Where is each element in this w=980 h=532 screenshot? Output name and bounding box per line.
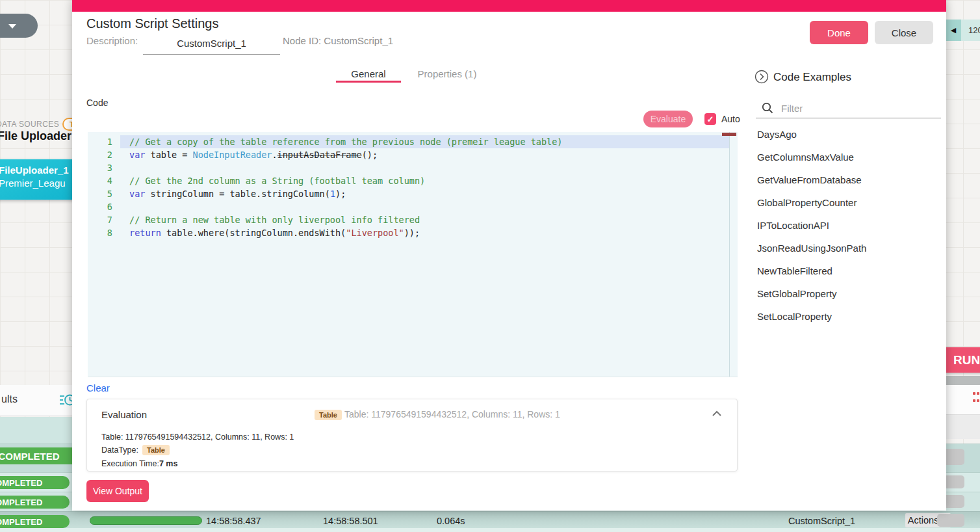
custom-script-settings-dialog: Custom Script Settings Description: Node… [72, 0, 946, 511]
results-panel-header: ults [0, 385, 72, 416]
code-text: // Return a new table with only liverpoo… [120, 213, 729, 226]
deprecation-ruler-marker [722, 133, 736, 136]
right-gray-zone [946, 415, 980, 439]
code-text: // Get the 2nd column as a String (footb… [120, 174, 729, 187]
line-number: 3 [88, 161, 120, 174]
code-line[interactable]: 2var table = NodeInputReader.inputAsData… [88, 148, 738, 161]
line-number: 1 [88, 135, 120, 148]
code-line[interactable]: 5var stringColumn = table.stringColumn(1… [88, 187, 738, 200]
code-line[interactable]: 7// Return a new table with only liverpo… [88, 213, 738, 226]
status-badge: COMPLETED [0, 496, 70, 509]
close-button[interactable]: Close [875, 21, 933, 44]
clear-link[interactable]: Clear [86, 382, 110, 393]
end-timestamp: 14:58:58.501 [323, 516, 378, 526]
line-number: 5 [88, 187, 120, 200]
example-item-setlocalproperty[interactable]: SetLocalProperty [757, 305, 939, 328]
example-item-iptolocationapi[interactable]: IPToLocationAPI [757, 214, 939, 237]
chevron-up-icon[interactable] [711, 408, 723, 420]
view-output-button[interactable]: View Output [86, 480, 149, 502]
description-input[interactable] [143, 33, 280, 55]
example-item-getcolumnsmaxvalue[interactable]: GetColumnsMaxValue [757, 146, 939, 168]
execution-time-row: Execution Time:7 ms [101, 459, 177, 468]
collapsed-toolbar-button[interactable] [0, 14, 38, 38]
code-text: return table.where(stringColumn.endsWith… [120, 226, 729, 239]
toolbar-strip [946, 376, 980, 385]
example-item-newtablefiltered[interactable]: NewTableFiltered [757, 259, 939, 282]
table-footer-strip [0, 528, 980, 532]
line-number: 4 [88, 174, 120, 187]
done-button[interactable]: Done [810, 21, 868, 44]
execution-time-label: Execution Time: [101, 459, 159, 468]
datatype-label: DataType: [101, 446, 138, 455]
example-item-jsonreadusingjsonpath[interactable]: JsonReadUsingJsonPath [757, 237, 939, 259]
code-text: // Get a copy of the table reference fro… [120, 135, 729, 148]
fullscreen-icon[interactable] [793, 27, 804, 38]
auto-checkbox-label: Auto [721, 114, 740, 124]
table-row[interactable]: COMPLETED 14:58:58.437 14:58:58.501 0.06… [0, 511, 980, 528]
results-table-spacer [0, 417, 72, 444]
evaluation-title: Evaluation [101, 409, 147, 420]
example-item-globalpropertycounter[interactable]: GlobalPropertyCounter [757, 191, 939, 214]
datatype-badge: Table [142, 445, 170, 455]
editor-scrollbar[interactable] [729, 132, 738, 377]
line-number: 6 [88, 200, 120, 213]
code-examples-title: Code Examples [773, 71, 851, 84]
red-marker-icon [977, 392, 979, 395]
data-sources-section-label: DATA SOURCES [0, 120, 59, 129]
example-item-daysago[interactable]: DaysAgo [757, 123, 939, 146]
examples-filter-input[interactable] [781, 99, 941, 117]
dialog-accent-bar [72, 0, 946, 12]
red-marker-icon [977, 399, 979, 402]
actions-label: Actions [908, 515, 939, 525]
code-text: var table = NodeInputReader.inputAsDataF… [120, 148, 729, 161]
progress-bar [90, 516, 202, 525]
evaluate-button[interactable]: Evaluate [643, 111, 693, 127]
line-number: 2 [88, 148, 120, 161]
code-line[interactable]: 8return table.where(stringColumn.endsWit… [88, 226, 738, 239]
red-marker-icon [973, 399, 975, 402]
active-tab-underline [336, 81, 401, 83]
search-icon [762, 102, 773, 116]
evaluation-panel: Evaluation Table Table: 1179765491594432… [86, 399, 738, 472]
zoom-level-value: 120 [961, 20, 980, 41]
row-action-chip[interactable] [937, 514, 964, 527]
filter-underline [756, 118, 941, 118]
line-number: 7 [88, 213, 120, 226]
code-text [120, 161, 729, 174]
evaluation-summary: Table: 1179765491594432512, Columns: 11,… [344, 409, 560, 419]
execution-time-value: 7 ms [159, 459, 178, 468]
triangle-left-icon: ◀ [951, 26, 956, 34]
code-line[interactable]: 4// Get the 2nd column as a String (foot… [88, 174, 738, 187]
code-text [120, 200, 729, 213]
table-type-badge: Table [315, 410, 342, 420]
node-id-label: Node ID: CustomScript_1 [283, 35, 393, 46]
line-number: 8 [88, 226, 120, 239]
example-item-getvaluefromdatabase[interactable]: GetValueFromDatabase [757, 168, 939, 191]
run-button[interactable]: RUN [941, 347, 980, 373]
evaluation-detail: Table: 1179765491594432512, Columns: 11,… [101, 432, 294, 442]
code-line[interactable]: 3 [88, 161, 738, 174]
red-marker-icon [973, 392, 975, 395]
code-examples-list: DaysAgoGetColumnsMaxValueGetValueFromDat… [757, 123, 939, 328]
duration-value: 0.064s [437, 516, 465, 526]
dialog-title: Custom Script Settings [86, 16, 218, 31]
code-text: var stringColumn = table.stringColumn(1)… [120, 187, 729, 200]
status-badge: COMPLETED [0, 476, 70, 489]
code-section-label: Code [86, 98, 108, 108]
chevron-down-icon [8, 24, 16, 29]
auto-checkbox[interactable]: ✓ [704, 113, 716, 125]
start-timestamp: 14:58:58.437 [206, 516, 261, 526]
right-panel-fragment [946, 385, 980, 415]
code-line[interactable]: 6 [88, 200, 738, 213]
file-uploader-label: File Uploader [0, 129, 71, 143]
code-editor[interactable]: 1// Get a copy of the table reference fr… [88, 132, 738, 377]
zoom-collapse-button[interactable]: ◀ [946, 20, 961, 41]
tab-properties[interactable]: Properties (1) [409, 64, 485, 83]
code-line[interactable]: 1// Get a copy of the table reference fr… [88, 135, 738, 148]
example-item-setglobalproperty[interactable]: SetGlobalProperty [757, 282, 939, 305]
results-label: ults [1, 393, 18, 405]
description-label: Description: [86, 35, 138, 46]
row-node-name: CustomScript_1 [788, 516, 855, 526]
status-badge: COMPLETED [0, 515, 70, 528]
collapse-panel-chevron-icon[interactable] [754, 70, 769, 86]
